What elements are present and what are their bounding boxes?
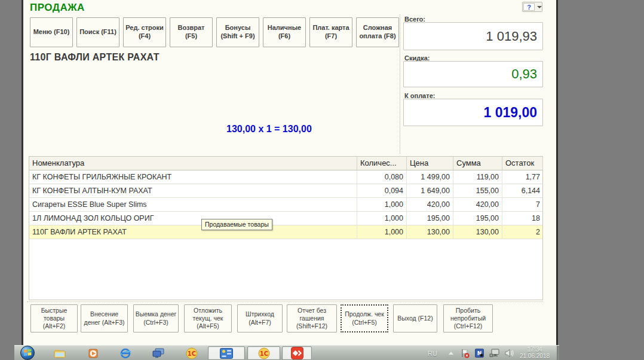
table-row[interactable]: КГ КОНФЕТЫ ГРИЛЬЯЖНЫЕ КРОКАНТ 0,080 1 49… [29,170,542,184]
svg-text:1С: 1С [259,350,268,357]
cash-out-button[interactable]: Выемка денег (Ctrl+F3) [133,304,179,332]
cell-rest: 18 [502,212,543,225]
internet-explorer-icon[interactable] [117,346,134,360]
remote-desktop-icon[interactable] [149,346,167,360]
punch-unpunched-button[interactable]: Пробить непробитый (Ctrl+F12) [443,304,493,332]
explorer-icon[interactable] [51,346,68,360]
network-icon[interactable] [487,346,501,360]
show-desktop-button[interactable] [557,346,559,360]
bonuses-button[interactable]: Бонусы (Shift + F9) [216,17,259,47]
windows-logo-icon [24,349,32,357]
1c-icon[interactable]: 1С [183,346,201,360]
quick-goods-button[interactable]: Быстрые товары (Alt+F2) [30,304,78,332]
due-value: 1 019,00 [483,105,537,121]
col-header-sum[interactable]: Сумма [453,157,502,170]
barcode-button[interactable]: Штрихкод (Alt+F7) [237,304,283,332]
cell-name: 1Л ЛИМОНАД ЗОЛ КОЛЬЦО ОРИГ [29,212,357,225]
hold-receipt-button[interactable]: Отложить текущ. чек (Alt+F5) [184,304,232,332]
table-row[interactable]: Сигареты ESSE Blue Super Slims 1,000 420… [29,198,542,212]
taskbar-clock[interactable]: 17:34 21.06.2018 [514,346,556,360]
table-row-selected[interactable]: 110Г ВАФЛИ АРТЕК РАХАТ 1,000 130,00 130,… [29,225,542,239]
complex-payment-button[interactable]: Сложная оплата (F8) [356,17,399,47]
1c-launcher-window-button[interactable] [208,346,245,360]
col-header-nomenclature[interactable]: Номенклатура [29,157,357,170]
netsupport-icon[interactable]: N [473,346,485,360]
continue-receipt-button[interactable]: Продолж. чек (Ctrl+F5) [341,304,388,332]
cell-sum: 195,00 [453,212,502,225]
search-button[interactable]: Поиск (F11) [76,17,119,47]
cell-sum: 130,00 [453,225,502,239]
cell-qty: 1,000 [357,212,407,225]
question-icon: ? [523,3,535,11]
1c-window-button[interactable]: 1С [247,346,280,360]
hidden-icons-arrow[interactable] [446,346,456,360]
cell-rest: 1,77 [502,170,543,184]
total-field: 1 019,93 [403,22,543,50]
retail-pos-icon [291,347,303,359]
menu-button[interactable]: Меню (F10) [30,17,73,47]
cell-price: 195,00 [407,212,453,225]
cell-price: 130,00 [407,225,453,239]
exit-button[interactable]: Выход (F12) [393,304,437,332]
cell-qty: 1,000 [357,198,407,211]
cell-rest: 2 [502,225,543,239]
cell-qty: 1,000 [357,225,407,239]
discount-value: 0,93 [511,66,537,82]
cell-qty: 0,080 [357,170,407,184]
action-center-flag-icon[interactable] [459,346,471,360]
x-report-button[interactable]: Отчет без гашения (Shift+F12) [287,304,337,332]
cash-button[interactable]: Наличные (F6) [263,17,306,47]
cell-name: КГ КОНФЕТЫ АЛТЫН-КУМ РАХАТ [29,184,357,197]
triangle-up-icon [449,352,453,355]
cash-in-button[interactable]: Внесение денег (Alt+F3) [81,304,128,332]
chevron-down-icon [537,6,542,8]
clock-date: 21.06.2018 [514,353,556,359]
svg-text:1С: 1С [188,350,196,357]
1c-coin-icon: 1С [258,347,270,359]
help-button[interactable]: ? [522,2,542,12]
cell-sum: 155,00 [453,184,502,197]
media-player-icon[interactable] [85,346,102,360]
cell-price: 1 499,00 [407,170,453,184]
quantity-calc-line: 130,00 x 1 = 130,00 [226,124,312,135]
discount-field: 0,93 [403,61,543,87]
vertical-separator [400,14,400,154]
cell-name: КГ КОНФЕТЫ ГРИЛЬЯЖНЫЕ КРОКАНТ [29,170,357,184]
return-button[interactable]: Возврат (F5) [170,17,213,47]
col-header-quantity[interactable]: Количес... [357,157,407,170]
total-value: 1 019,93 [486,29,537,44]
pos-app-window: ПРОДАЖА ? Меню (F10) Поиск (F11) Ред. ст… [22,0,558,345]
goods-table: Номенклатура Количес... Цена Сумма Остат… [29,156,543,300]
language-indicator[interactable]: RU [424,346,441,360]
taskbar: 1С 1С RU [14,345,559,360]
cell-name: Сигареты ESSE Blue Super Slims [29,198,357,211]
language-label: RU [428,350,437,357]
table-row[interactable]: КГ КОНФЕТЫ АЛТЫН-КУМ РАХАТ 0,094 1 649,0… [29,184,542,198]
retail-pos-window-button[interactable] [282,346,312,360]
col-header-rest[interactable]: Остаток [502,157,543,170]
cell-name: 110Г ВАФЛИ АРТЕК РАХАТ [29,225,357,239]
cell-price: 420,00 [407,198,453,211]
1c-launcher-icon [220,348,233,359]
table-tooltip: Продаваемые товары [201,219,272,230]
cell-rest: 6,144 [502,184,543,197]
page-title: ПРОДАЖА [30,2,85,14]
cell-price: 1 649,00 [407,184,453,197]
cell-sum: 119,00 [453,170,502,184]
table-row[interactable]: 1Л ЛИМОНАД ЗОЛ КОЛЬЦО ОРИГ 1,000 195,00 … [29,212,542,225]
cell-rest: 7 [502,198,543,211]
cell-sum: 420,00 [453,198,502,211]
col-header-price[interactable]: Цена [407,157,453,170]
payment-card-button[interactable]: Плат. карта (F7) [309,17,352,47]
table-header-row: Номенклатура Количес... Цена Сумма Остат… [29,157,542,170]
clock-time: 17:34 [514,346,556,353]
start-button[interactable] [20,346,35,360]
due-field: 1 019,00 [403,99,543,126]
cell-qty: 0,094 [357,184,407,197]
current-item-name: 110Г ВАФЛИ АРТЕК РАХАТ [30,52,160,63]
horizontal-separator [27,301,543,302]
edit-line-button[interactable]: Ред. строки (F4) [123,17,166,47]
